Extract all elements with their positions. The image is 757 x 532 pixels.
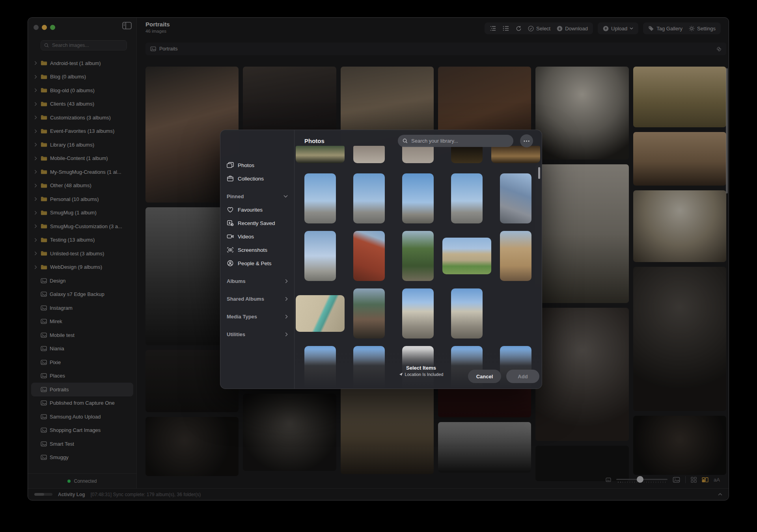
picker-nav-item[interactable]: Photos	[220, 158, 294, 172]
sidebar-folder-item[interactable]: Event-Favorites (13 albums)	[31, 125, 133, 138]
chevron-right-icon[interactable]	[34, 61, 38, 65]
chevron-right-icon[interactable]	[34, 184, 38, 188]
tree-view-button[interactable]	[490, 26, 496, 31]
picker-nav-item[interactable]: Recently Saved	[220, 216, 294, 230]
masonry-layout-icon[interactable]	[702, 477, 709, 482]
portrait-man-hat-bw[interactable]	[243, 394, 336, 471]
picker-nav-item[interactable]: Screenshots	[220, 243, 294, 257]
sidebar-folder-item[interactable]: SmugMug (1 album)	[31, 206, 133, 220]
picker-section-header[interactable]: Shared Albums	[220, 292, 294, 305]
thumb-tv-tower-3[interactable]	[402, 173, 434, 223]
portrait-smiling-blonde[interactable]	[341, 384, 434, 474]
download-button[interactable]: Download	[557, 26, 588, 32]
picker-search-input[interactable]	[410, 138, 509, 144]
sidebar-folder-item[interactable]: Android-test (1 album)	[31, 56, 133, 70]
thumb-tv-tower-1[interactable]	[304, 173, 336, 223]
text-size-button[interactable]: aA	[714, 477, 720, 483]
thumb-nationalgalerie[interactable]	[500, 231, 531, 281]
sidebar-album-item[interactable]: Smuggy	[31, 451, 133, 461]
thumb-street-flag-3[interactable]	[500, 288, 531, 339]
sidebar-album-item[interactable]: Galaxy s7 Edge Backup	[31, 288, 133, 301]
sidebar-folder-item[interactable]: Other (48 albums)	[31, 179, 133, 193]
portrait-big-short-hair[interactable]	[633, 267, 726, 411]
select-button[interactable]: Select	[528, 26, 550, 32]
tag-gallery-button[interactable]: Tag Gallery	[648, 26, 682, 32]
picker-nav-item[interactable]: Collections	[220, 172, 294, 185]
chevron-right-icon[interactable]	[34, 211, 38, 215]
chevron-right-icon[interactable]	[34, 224, 38, 228]
sidebar-folder-item[interactable]: Library (16 albums)	[31, 138, 133, 152]
portrait-sepia-collar[interactable]	[633, 132, 726, 186]
close-button[interactable]	[34, 25, 39, 30]
sidebar-folder-item[interactable]: SmugMug-Customization (3 a...	[31, 219, 133, 233]
sidebar-album-item[interactable]: Mirek	[31, 315, 133, 329]
sidebar-folder-item[interactable]: Clients (43 albums)	[31, 97, 133, 111]
sidebar-album-item[interactable]: Instagram	[31, 301, 133, 315]
thumb-street-flag-1[interactable]	[402, 288, 434, 339]
main-scrollbar[interactable]	[726, 68, 728, 193]
portrait-dark-2[interactable]	[145, 417, 239, 476]
chevron-right-icon[interactable]	[34, 115, 38, 119]
slider-knob[interactable]	[637, 476, 643, 483]
thumb-cathedral-street[interactable]	[353, 288, 385, 339]
chevron-right-icon[interactable]	[34, 251, 38, 255]
upload-button[interactable]: Upload	[603, 26, 633, 32]
portrait-dark-face[interactable]	[633, 416, 726, 475]
list-view-button[interactable]	[503, 26, 509, 31]
photo-grass-person[interactable]	[633, 67, 726, 127]
sidebar-album-item[interactable]: Places	[31, 369, 133, 383]
grid-layout-icon[interactable]	[691, 477, 697, 483]
thumb-tower-sphere[interactable]	[500, 173, 531, 223]
sidebar-folder-item[interactable]: Testing (13 albums)	[31, 233, 133, 247]
search-input[interactable]	[51, 42, 123, 48]
sidebar-folder-item[interactable]: Personal (10 albums)	[31, 192, 133, 206]
chevron-right-icon[interactable]	[34, 156, 38, 160]
thumb-red-facade[interactable]	[353, 231, 385, 281]
chevron-right-icon[interactable]	[34, 88, 38, 92]
chevron-up-icon[interactable]	[718, 493, 722, 496]
sidebar-album-item[interactable]: Pixie	[31, 355, 133, 369]
chevron-right-icon[interactable]	[34, 238, 38, 242]
thumbnail-size-slider[interactable]	[616, 476, 668, 484]
sidebar-album-item[interactable]: Niania	[31, 342, 133, 356]
sidebar-album-item[interactable]: Shopping Cart Images	[31, 424, 133, 437]
thumb-park-trees[interactable]	[402, 231, 434, 281]
settings-button[interactable]: Settings	[689, 26, 716, 32]
more-options-button[interactable]	[520, 134, 533, 147]
portrait-ushanka-bw[interactable]	[438, 422, 531, 472]
chevron-right-icon[interactable]	[34, 102, 38, 106]
chevron-right-icon[interactable]	[34, 129, 38, 133]
picker-scrollbar[interactable]	[538, 167, 540, 179]
sidebar-album-item[interactable]: Design	[31, 274, 133, 288]
cancel-button[interactable]: Cancel	[468, 370, 501, 383]
chevron-right-icon[interactable]	[34, 143, 38, 147]
sidebar-album-item[interactable]: Published from Capture One	[31, 396, 133, 410]
sidebar-folder-item[interactable]: Mobile-Content (1 album)	[31, 152, 133, 166]
thumb-colonnade-bus[interactable]	[296, 295, 345, 332]
thumb-street-flag-2[interactable]	[451, 288, 483, 339]
chevron-right-icon[interactable]	[34, 170, 38, 174]
sidebar-album-item[interactable]: Smart Test	[31, 437, 133, 451]
picker-section-header[interactable]: Utilities	[220, 327, 294, 341]
portrait-glasses-vest[interactable]	[535, 164, 628, 303]
portrait-feather-girl[interactable]	[535, 67, 628, 160]
refresh-button[interactable]	[516, 26, 522, 32]
picker-nav-item[interactable]: Videos	[220, 230, 294, 243]
sidebar-toggle-icon[interactable]	[122, 22, 132, 30]
add-button[interactable]: Add	[506, 370, 539, 383]
portrait-short-hair[interactable]	[535, 308, 628, 441]
sidebar-folder-item[interactable]: Customizations (3 albums)	[31, 111, 133, 125]
sidebar-album-item[interactable]: Portraits	[31, 383, 133, 396]
minimize-button[interactable]	[42, 25, 47, 30]
link-icon[interactable]	[716, 47, 722, 52]
breadcrumb[interactable]: Portraits	[145, 43, 726, 55]
chevron-right-icon[interactable]	[34, 197, 38, 201]
thumb-tv-tower-4[interactable]	[451, 173, 483, 223]
picker-section-header[interactable]: Media Types	[220, 310, 294, 323]
picker-section-header[interactable]: Pinned	[220, 190, 294, 203]
sidebar-album-item[interactable]: Mobile test	[31, 328, 133, 342]
thumb-altes-museum[interactable]	[442, 238, 491, 274]
sidebar-folder-item[interactable]: Blog-old (0 albums)	[31, 84, 133, 97]
picker-nav-item[interactable]: Favourites	[220, 203, 294, 216]
zoom-button[interactable]	[50, 25, 55, 30]
